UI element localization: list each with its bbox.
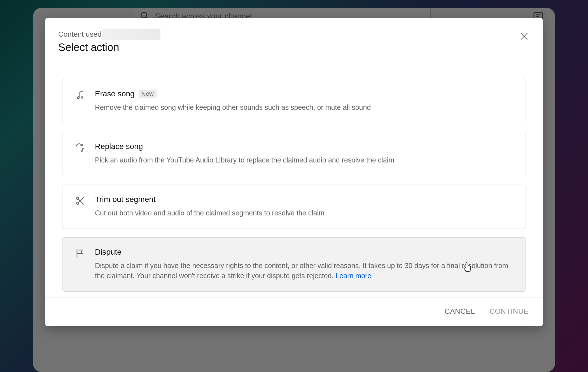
option-description: Cut out both video and audio of the clai… [95,208,513,218]
scissors-icon [75,195,87,218]
new-badge: New [139,90,157,98]
svg-point-8 [81,150,82,152]
option-dispute[interactable]: Dispute Dispute a claim if you have the … [62,237,526,292]
modal-body: Erase song New Remove the claimed song w… [45,62,543,297]
replace-icon [75,142,87,165]
svg-point-9 [76,197,79,199]
option-erase-song[interactable]: Erase song New Remove the claimed song w… [62,79,526,123]
option-title: Trim out segment [95,195,156,204]
option-description: Remove the claimed song while keeping ot… [95,102,513,112]
option-title: Erase song [95,89,135,98]
option-description: Pick an audio from the YouTube Audio Lib… [95,155,513,165]
music-erase-icon [75,89,87,112]
redacted-content-name [102,29,160,40]
modal-title: Select action [58,41,529,54]
modal-header: Content used Select action [45,18,543,62]
option-trim-segment[interactable]: Trim out segment Cut out both video and … [62,185,526,229]
dispute-desc-text: Dispute a claim if you have the necessar… [95,262,508,280]
option-title: Dispute [95,248,122,257]
close-button[interactable] [517,30,531,43]
option-replace-song[interactable]: Replace song Pick an audio from the YouT… [62,132,526,176]
option-title: Replace song [95,142,143,151]
option-description: Dispute a claim if you have the necessar… [95,261,513,281]
breadcrumb: Content used [58,30,102,39]
learn-more-link[interactable]: Learn more [335,272,371,280]
flag-icon [75,248,87,281]
select-action-modal: Content used Select action Erase song Ne… [45,18,543,326]
cancel-button[interactable]: CANCEL [444,304,476,318]
svg-point-10 [76,202,79,204]
svg-point-7 [77,97,79,99]
continue-button[interactable]: CONTINUE [488,304,530,318]
modal-footer: CANCEL CONTINUE [45,297,543,326]
close-icon [519,32,529,41]
